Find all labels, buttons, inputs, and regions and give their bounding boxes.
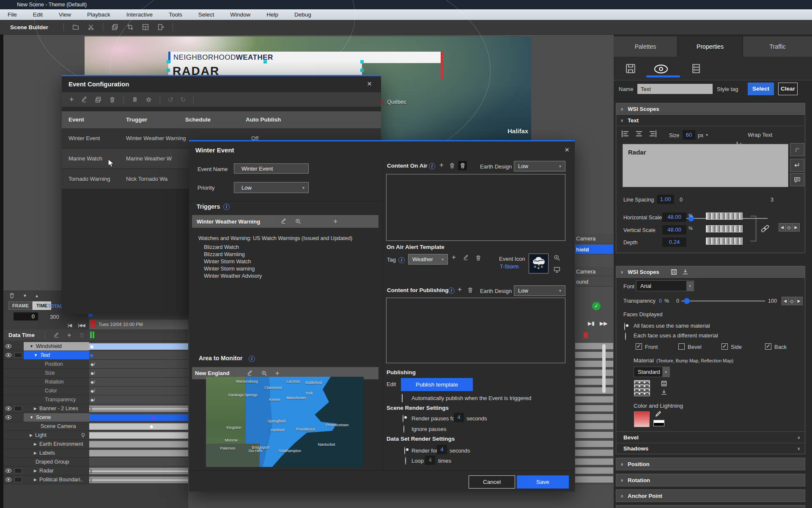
align-left-icon[interactable] [621, 130, 630, 138]
layer-name-cell[interactable]: Scene Camera [24, 422, 89, 431]
layer-name-cell[interactable]: ▶ Light [24, 431, 89, 439]
visibility-eye-icon[interactable] [5, 343, 12, 349]
render-pauses-radio[interactable] [403, 414, 403, 422]
expand-arrow-icon[interactable]: ▶ [34, 406, 37, 411]
transparency-slider[interactable] [681, 301, 765, 301]
keyframe-nav[interactable]: ◀ ◇ ▶ [779, 223, 800, 232]
text-options-button[interactable] [790, 173, 804, 186]
layer-track[interactable]: ||| [89, 475, 188, 484]
clear-button[interactable]: Clear [778, 83, 798, 95]
track-bar[interactable] [89, 343, 188, 350]
pause-icon[interactable] [132, 96, 138, 103]
panel-tab[interactable]: Properties [678, 36, 742, 57]
menu-item[interactable]: File [6, 11, 19, 18]
layer-name-cell[interactable]: Rotation [24, 378, 89, 386]
timeline-layer-row[interactable]: Draped Group [3, 458, 188, 467]
move-up-icon[interactable]: ▲ [35, 293, 39, 298]
timeline-layer-row[interactable]: ▼ Windshield ◆ [3, 342, 188, 351]
layer-name[interactable]: Windshield [36, 343, 62, 349]
color-swatch[interactable] [634, 411, 650, 427]
cancel-button[interactable]: Cancel [469, 475, 515, 489]
track-bar[interactable] [89, 414, 188, 421]
layer-name-cell[interactable]: Color [24, 387, 89, 395]
layer-name-cell[interactable]: Transparency [24, 395, 89, 404]
keyframe-diamond[interactable]: ◆ [151, 414, 154, 421]
track-bar[interactable] [89, 406, 188, 412]
settings-gear-icon[interactable] [145, 96, 152, 103]
zoom-in-icon[interactable] [295, 218, 302, 225]
layer-name[interactable]: Scene Camera [41, 423, 76, 429]
ignore-pauses-radio[interactable] [403, 425, 404, 433]
face-checkbox[interactable] [765, 343, 771, 350]
trigger-item-bar[interactable]: Winter Weather Warning + [192, 215, 379, 228]
expand-arrow-icon[interactable]: ▶ [30, 433, 33, 437]
layer-name-cell[interactable]: ▼ Windshield [24, 342, 89, 351]
layer-name-cell[interactable]: ▶ Earth Environment [24, 440, 89, 448]
visibility-eye-icon[interactable] [5, 414, 12, 420]
collapsed-section-header[interactable]: ∧ Position [616, 458, 805, 470]
layer-name[interactable]: Scene [36, 414, 51, 420]
save-material-icon[interactable] [661, 380, 667, 387]
layer-name-cell[interactable]: ▶ Banner - 2 Lines [24, 404, 89, 413]
fast-forward-icon[interactable]: ▶▶ [600, 320, 607, 326]
layer-track[interactable]: ◆ [89, 422, 188, 431]
layer-name[interactable]: Political Boundari.. [39, 477, 83, 483]
monitor-icon[interactable] [553, 266, 561, 273]
layer-track[interactable]: ◆ [89, 342, 188, 351]
render-pauses-seconds-input[interactable]: 4 [454, 413, 464, 422]
collapsed-section-header[interactable]: ∧ Rotation [616, 474, 805, 486]
layer-color-chip[interactable] [14, 477, 22, 482]
save-icon[interactable] [625, 63, 636, 75]
visibility-eye-icon[interactable] [653, 64, 669, 74]
keyframe-diamond[interactable]: ||| [90, 477, 92, 483]
keyframe-diamond[interactable]: ◆ [90, 343, 93, 350]
layer-name[interactable]: Rotation [45, 379, 64, 385]
track-bar[interactable] [89, 450, 188, 456]
column-header[interactable]: Schedule [185, 116, 211, 123]
vertical-scale-input[interactable]: 48.00 [662, 225, 686, 235]
timeline-layer-row[interactable]: Scene Camera ◆ [3, 422, 188, 431]
info-icon[interactable]: i [249, 356, 255, 362]
gradient-swatch[interactable] [653, 420, 664, 426]
layer-track[interactable] [89, 458, 188, 466]
keyframe-diamond[interactable]: ◆ [90, 352, 93, 359]
zoom-in-icon[interactable] [553, 254, 561, 262]
auto-publish-checkbox[interactable] [402, 394, 403, 402]
different-material-radio[interactable] [625, 332, 626, 340]
layer-name-cell[interactable]: ▶ Radar [24, 467, 89, 475]
prev-keyframe-icon[interactable]: ◀ [782, 297, 789, 305]
timeline-layer-row[interactable]: Position ◆/ [3, 360, 188, 369]
info-icon[interactable]: i [398, 257, 405, 263]
track-bar[interactable] [89, 441, 188, 447]
timeline-layer-row[interactable]: ▼ Scene ◆ [3, 413, 188, 422]
trigger-cell[interactable]: Winter Weather Warning [126, 135, 186, 141]
delete-icon[interactable] [79, 332, 85, 338]
visibility-eye-icon[interactable] [5, 352, 12, 358]
delete-icon[interactable] [109, 96, 116, 103]
layer-track[interactable]: ◆ [89, 351, 188, 359]
delete-all-icon[interactable] [458, 161, 467, 170]
depth-input[interactable]: 0.24 [662, 237, 686, 247]
info-icon[interactable]: i [429, 163, 435, 169]
texture-swatch[interactable] [634, 380, 650, 396]
keyframe-diamond[interactable]: ||| [90, 468, 92, 475]
edit-icon[interactable] [53, 332, 60, 338]
font-dropdown[interactable]: Arial ▾ [636, 280, 694, 291]
line-spacing-input[interactable]: 1.00 [657, 195, 674, 204]
same-material-radio[interactable] [624, 323, 625, 331]
trigger-cell[interactable]: Marine Weather W [126, 155, 172, 162]
expand-arrow-icon[interactable]: ▼ [30, 344, 33, 348]
panel-tab[interactable]: Traffic [743, 36, 812, 57]
edit-icon[interactable] [247, 370, 253, 377]
close-icon[interactable]: × [367, 80, 372, 87]
wsi-scopes-2-section-header[interactable]: ∨ WSI Scopes [616, 266, 805, 278]
horizontal-scale-scrubber[interactable] [706, 213, 743, 220]
save-scope-icon[interactable] [670, 268, 678, 276]
event-icon-preview[interactable]: ✳✳✳✳ [529, 254, 549, 273]
event-name-input[interactable] [234, 163, 309, 174]
selection-handle[interactable] [167, 60, 170, 64]
bevel-section-label[interactable]: Bevel [623, 434, 639, 441]
add-keyframe-icon[interactable]: ◇ [786, 224, 793, 231]
load-scope-icon[interactable] [682, 268, 689, 276]
render-for-radio[interactable] [404, 447, 405, 455]
